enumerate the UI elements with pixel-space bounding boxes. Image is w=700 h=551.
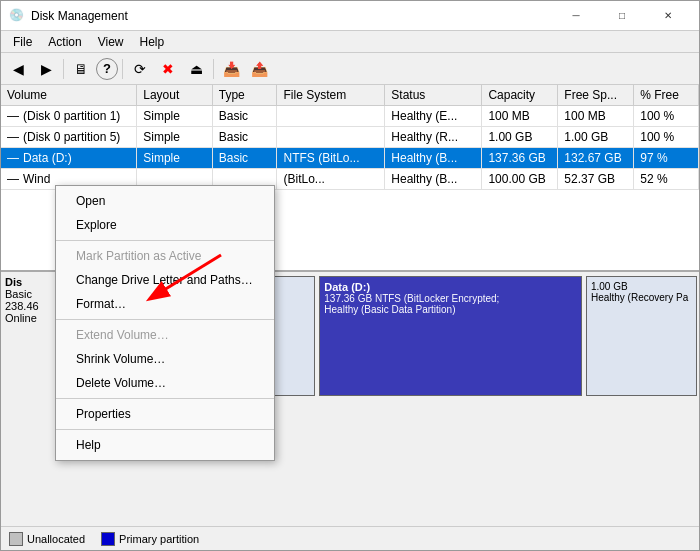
minimize-button[interactable]: ─ bbox=[553, 1, 599, 31]
ctx-explore[interactable]: Explore bbox=[56, 213, 274, 237]
title-bar-left: 💿 Disk Management bbox=[9, 8, 128, 24]
col-status: Status bbox=[385, 85, 482, 106]
row-pct: 52 % bbox=[634, 169, 699, 190]
row-pct: 97 % bbox=[634, 148, 699, 169]
context-menu: Open Explore Mark Partition as Active Ch… bbox=[55, 185, 275, 461]
col-capacity: Capacity bbox=[482, 85, 558, 106]
ctx-help[interactable]: Help bbox=[56, 433, 274, 457]
maximize-button[interactable]: □ bbox=[599, 1, 645, 31]
table-header: Volume Layout Type File System Status Ca… bbox=[1, 85, 699, 106]
row-capacity: 100.00 GB bbox=[482, 169, 558, 190]
forward-button[interactable]: ▶ bbox=[33, 56, 59, 82]
ctx-shrink[interactable]: Shrink Volume… bbox=[56, 347, 274, 371]
status-bar: Unallocated Primary partition bbox=[1, 526, 699, 550]
menu-view[interactable]: View bbox=[90, 33, 132, 51]
menu-help[interactable]: Help bbox=[132, 33, 173, 51]
row-layout: Simple bbox=[137, 106, 213, 127]
eject-button[interactable]: ⏏ bbox=[183, 56, 209, 82]
col-pct: % Free bbox=[634, 85, 699, 106]
partition-data[interactable]: Data (D:) 137.36 GB NTFS (BitLocker Encr… bbox=[319, 276, 582, 396]
legend-unallocated: Unallocated bbox=[9, 532, 85, 546]
ctx-sep-1 bbox=[56, 240, 274, 241]
row-capacity: 1.00 GB bbox=[482, 127, 558, 148]
row-status: Healthy (B... bbox=[385, 148, 482, 169]
row-type: Basic bbox=[212, 148, 277, 169]
ctx-properties[interactable]: Properties bbox=[56, 402, 274, 426]
row-fs: NTFS (BitLo... bbox=[277, 148, 385, 169]
toolbar-separator-3 bbox=[213, 59, 214, 79]
col-free: Free Sp... bbox=[558, 85, 634, 106]
partition-details: 137.36 GB NTFS (BitLocker Encrypted; bbox=[324, 293, 577, 304]
app-icon: 💿 bbox=[9, 8, 25, 24]
row-status: Healthy (E... bbox=[385, 106, 482, 127]
ctx-extend: Extend Volume… bbox=[56, 323, 274, 347]
row-fs bbox=[277, 106, 385, 127]
row-free: 1.00 GB bbox=[558, 127, 634, 148]
menu-action[interactable]: Action bbox=[40, 33, 89, 51]
row-free: 52.37 GB bbox=[558, 169, 634, 190]
window-title: Disk Management bbox=[31, 9, 128, 23]
row-status: Healthy (B... bbox=[385, 169, 482, 190]
legend-primary: Primary partition bbox=[101, 532, 199, 546]
legend-unallocated-label: Unallocated bbox=[27, 533, 85, 545]
menu-file[interactable]: File bbox=[5, 33, 40, 51]
row-type: Basic bbox=[212, 106, 277, 127]
help-toolbar-button[interactable]: ? bbox=[96, 58, 118, 80]
close-button[interactable]: ✕ bbox=[645, 1, 691, 31]
row-layout: Simple bbox=[137, 127, 213, 148]
legend-primary-box bbox=[101, 532, 115, 546]
disk-management-window: 💿 Disk Management ─ □ ✕ File Action View… bbox=[0, 0, 700, 551]
col-type: Type bbox=[212, 85, 277, 106]
row-pct: 100 % bbox=[634, 127, 699, 148]
computer-button[interactable]: 🖥 bbox=[68, 56, 94, 82]
delete-button[interactable]: ✖ bbox=[155, 56, 181, 82]
row-layout: Simple bbox=[137, 148, 213, 169]
menu-bar: File Action View Help bbox=[1, 31, 699, 53]
row-capacity: 100 MB bbox=[482, 106, 558, 127]
row-status: Healthy (R... bbox=[385, 127, 482, 148]
row-volume: —Data (D:) bbox=[1, 148, 137, 169]
main-content: Volume Layout Type File System Status Ca… bbox=[1, 85, 699, 550]
toolbar-separator-2 bbox=[122, 59, 123, 79]
back-button[interactable]: ◀ bbox=[5, 56, 31, 82]
ctx-format[interactable]: Format… bbox=[56, 292, 274, 316]
title-bar: 💿 Disk Management ─ □ ✕ bbox=[1, 1, 699, 31]
row-volume: —(Disk 0 partition 5) bbox=[1, 127, 137, 148]
partition-name: Data (D:) bbox=[324, 281, 577, 293]
row-free: 132.67 GB bbox=[558, 148, 634, 169]
ctx-mark-active: Mark Partition as Active bbox=[56, 244, 274, 268]
partition-status: Healthy (Recovery Pa bbox=[591, 292, 692, 303]
toolbar: ◀ ▶ 🖥 ? ⟳ ✖ ⏏ 📥 📤 bbox=[1, 53, 699, 85]
volume-table: Volume Layout Type File System Status Ca… bbox=[1, 85, 699, 190]
toolbar-separator-1 bbox=[63, 59, 64, 79]
rescan-button[interactable]: ⟳ bbox=[127, 56, 153, 82]
table-row-selected[interactable]: —Data (D:) Simple Basic NTFS (BitLo... H… bbox=[1, 148, 699, 169]
row-pct: 100 % bbox=[634, 106, 699, 127]
ctx-change-letter[interactable]: Change Drive Letter and Paths… bbox=[56, 268, 274, 292]
col-filesystem: File System bbox=[277, 85, 385, 106]
row-capacity: 137.36 GB bbox=[482, 148, 558, 169]
table-row[interactable]: —(Disk 0 partition 1) Simple Basic Healt… bbox=[1, 106, 699, 127]
table-body: —(Disk 0 partition 1) Simple Basic Healt… bbox=[1, 106, 699, 190]
ctx-sep-2 bbox=[56, 319, 274, 320]
ctx-open[interactable]: Open bbox=[56, 189, 274, 213]
table-row[interactable]: —(Disk 0 partition 5) Simple Basic Healt… bbox=[1, 127, 699, 148]
partition-recovery[interactable]: 1.00 GB Healthy (Recovery Pa bbox=[586, 276, 697, 396]
row-type: Basic bbox=[212, 127, 277, 148]
col-volume: Volume bbox=[1, 85, 137, 106]
ctx-sep-4 bbox=[56, 429, 274, 430]
partition-status: Healthy (Basic Data Partition) bbox=[324, 304, 577, 315]
ctx-delete[interactable]: Delete Volume… bbox=[56, 371, 274, 395]
row-fs bbox=[277, 127, 385, 148]
legend-primary-label: Primary partition bbox=[119, 533, 199, 545]
col-layout: Layout bbox=[137, 85, 213, 106]
ctx-sep-3 bbox=[56, 398, 274, 399]
export-button[interactable]: 📤 bbox=[246, 56, 272, 82]
import-button[interactable]: 📥 bbox=[218, 56, 244, 82]
legend-unallocated-box bbox=[9, 532, 23, 546]
partition-size: 1.00 GB bbox=[591, 281, 692, 292]
row-fs: (BitLo... bbox=[277, 169, 385, 190]
title-controls: ─ □ ✕ bbox=[553, 1, 691, 31]
row-volume: —(Disk 0 partition 1) bbox=[1, 106, 137, 127]
row-free: 100 MB bbox=[558, 106, 634, 127]
